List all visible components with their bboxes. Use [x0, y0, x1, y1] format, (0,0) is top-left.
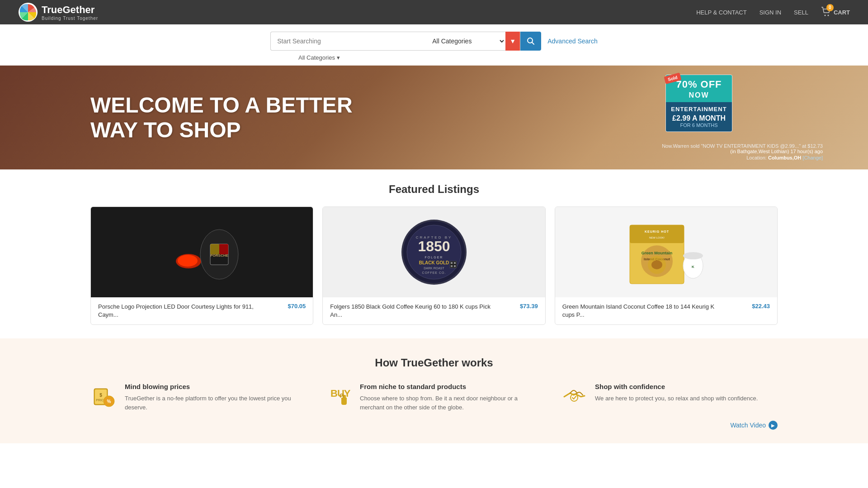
hero-banner: WELCOME TO A BETTER WAY TO SHOP Sold 70%… [0, 66, 868, 169]
price-icon: $ PRICE % [90, 383, 118, 410]
watch-video-label: Watch Video [730, 422, 766, 429]
featured-section: Featured Listings PORSCHE [0, 169, 868, 338]
listing-price: $73.39 [520, 303, 538, 310]
hero-ad: Sold 70% OFF NOW ENTERTAINMENT £2.99 A M… [665, 75, 732, 132]
logo-text: TrueGether Building Trust Together [42, 4, 98, 21]
hero-text: WELCOME TO A BETTER WAY TO SHOP [0, 93, 353, 142]
help-contact-link[interactable]: HELP & CONTACT [696, 9, 746, 16]
listing-image-wrap: PORSCHE [91, 207, 313, 297]
handshake-icon-svg [562, 384, 587, 409]
svg-text:DARK ROAST: DARK ROAST [424, 267, 444, 270]
hero-change-link[interactable]: [Change] [802, 155, 823, 160]
listing-card[interactable]: KEURIG HOT NEW LOOK! Green Mountain Isla… [555, 206, 778, 325]
listing-name: Green Mountain Island Coconut Coffee 18 … [562, 303, 728, 319]
cart-badge: 0 [826, 4, 834, 11]
how-it-works-section: How TrueGether works $ PRICE % Mind blow… [0, 338, 868, 443]
how-feature-products-desc: Choose where to shop from. Be it a next … [360, 394, 542, 412]
hero-location-row: Location: Columbus,OH [Change] [662, 155, 823, 160]
category-select[interactable]: All Categories Electronics Clothing Home… [424, 32, 505, 50]
all-categories-label: All Categories [298, 54, 335, 61]
how-feature-confidence-text: Shop with confidence We are here to prot… [595, 383, 758, 403]
svg-rect-29 [630, 225, 684, 243]
category-select-wrap: All Categories Electronics Clothing Home… [424, 32, 520, 51]
listing-name: Porsche Logo Projection LED Door Courtes… [98, 303, 264, 319]
listing-image-green-mountain: KEURIG HOT NEW LOOK! Green Mountain Isla… [621, 216, 711, 288]
listing-info: Folgers 1850 Black Gold Coffee Keurig 60… [323, 297, 545, 324]
svg-text:$: $ [99, 393, 102, 398]
play-icon: ▶ [769, 421, 778, 430]
watch-video-link[interactable]: Watch Video ▶ [730, 421, 778, 430]
how-feature-products-text: From niche to standard products Choose w… [360, 383, 542, 412]
how-feature-products: BUY From niche to standard products Choo… [326, 383, 542, 412]
logo-name: TrueGether [42, 4, 98, 16]
how-it-works-title: How TrueGether works [90, 357, 778, 369]
listing-image-folgers: CRAFTED BY 1850 FOLGER BLACK GOLD DARK R… [398, 216, 470, 288]
hero-title: WELCOME TO A BETTER WAY TO SHOP [90, 93, 353, 142]
sign-in-link[interactable]: SIGN IN [760, 9, 781, 16]
svg-text:NEW LOOK!: NEW LOOK! [649, 236, 665, 239]
hero-location-city: Columbus,OH [768, 155, 801, 160]
sell-link[interactable]: SELL [794, 9, 808, 16]
svg-text:%: % [107, 399, 111, 404]
hero-action: sold [690, 143, 699, 149]
cart-label: CART [834, 9, 850, 16]
advanced-search-link[interactable]: Advanced Search [547, 38, 598, 45]
listing-image-wrap: CRAFTED BY 1850 FOLGER BLACK GOLD DARK R… [323, 207, 545, 297]
svg-point-36 [683, 252, 703, 259]
svg-point-39 [651, 260, 662, 269]
ad-price: £2.99 A MONTH [670, 114, 727, 122]
price-icon-svg: $ PRICE % [92, 384, 117, 409]
header: TrueGether Building Trust Together HELP … [0, 0, 868, 24]
svg-point-2 [827, 14, 829, 16]
svg-rect-27 [454, 265, 456, 267]
how-feature-confidence: Shop with confidence We are here to prot… [561, 383, 778, 412]
search-input[interactable] [270, 32, 424, 51]
listing-info: Porsche Logo Projection LED Door Courtes… [91, 297, 313, 324]
hero-location-label: Location: [746, 155, 767, 160]
search-button[interactable] [520, 32, 541, 51]
svg-point-1 [824, 14, 826, 16]
hero-sale-text: Now.Warren sold "NOW TV ENTERTAINMENT KI… [662, 143, 823, 149]
svg-text:K: K [692, 265, 694, 269]
svg-line-4 [532, 42, 534, 45]
hero-item: "NOW TV ENTERTAINMENT KIDS @2.99..." [701, 143, 801, 149]
logo-tagline: Building Trust Together [42, 16, 98, 21]
svg-rect-11 [210, 244, 219, 254]
listing-image-porsche: PORSCHE [152, 216, 252, 288]
all-categories-row[interactable]: All Categories ▾ [298, 54, 570, 61]
cart-area[interactable]: 0 CART [821, 7, 850, 18]
handshake-icon [561, 383, 588, 410]
svg-text:Green Mountain: Green Mountain [642, 251, 673, 255]
hero-seller: Now.Warren [662, 143, 689, 149]
listing-image-wrap: KEURIG HOT NEW LOOK! Green Mountain Isla… [555, 207, 777, 297]
how-features: $ PRICE % Mind blowing prices TrueGether… [90, 383, 778, 412]
header-nav: HELP & CONTACT SIGN IN SELL 0 CART [696, 7, 850, 18]
all-categories-chevron: ▾ [337, 54, 340, 61]
svg-text:COFFEE CO.: COFFEE CO. [422, 271, 446, 274]
how-feature-products-title: From niche to standard products [360, 383, 542, 390]
search-icon [527, 37, 535, 45]
hero-title-line1: WELCOME TO A BETTER [90, 93, 353, 117]
svg-text:KEURIG HOT: KEURIG HOT [645, 230, 669, 233]
category-dropdown-button[interactable]: ▼ [505, 32, 520, 51]
svg-text:FOLGER: FOLGER [425, 256, 443, 259]
svg-text:BLACK GOLD: BLACK GOLD [419, 260, 449, 265]
hero-title-line2: WAY TO SHOP [90, 117, 353, 142]
logo-area[interactable]: TrueGether Building Trust Together [18, 2, 98, 22]
listing-info: Green Mountain Island Coconut Coffee 18 … [555, 297, 777, 324]
how-feature-prices-desc: TrueGether is a no-fee platform to offer… [125, 394, 307, 412]
search-section: All Categories Electronics Clothing Home… [0, 24, 868, 66]
hero-location-prefix: (in Bathgate,West Lothian) [730, 149, 789, 154]
listing-name: Folgers 1850 Black Gold Coffee Keurig 60… [330, 303, 496, 319]
search-row: All Categories Electronics Clothing Home… [270, 32, 598, 51]
how-feature-prices: $ PRICE % Mind blowing prices TrueGether… [90, 383, 307, 412]
svg-text:1850: 1850 [418, 238, 450, 254]
watch-video-row: Watch Video ▶ [90, 421, 778, 430]
logo-icon [18, 2, 38, 22]
listing-price: $70.05 [288, 303, 306, 310]
ad-brand: NOW [670, 91, 727, 99]
buy-icon-svg: BUY [327, 384, 352, 409]
listing-card[interactable]: CRAFTED BY 1850 FOLGER BLACK GOLD DARK R… [322, 206, 545, 325]
how-feature-confidence-desc: We are here to protect you, so relax and… [595, 394, 758, 403]
listing-card[interactable]: PORSCHE Porsche Logo Projection LED Door… [90, 206, 313, 325]
